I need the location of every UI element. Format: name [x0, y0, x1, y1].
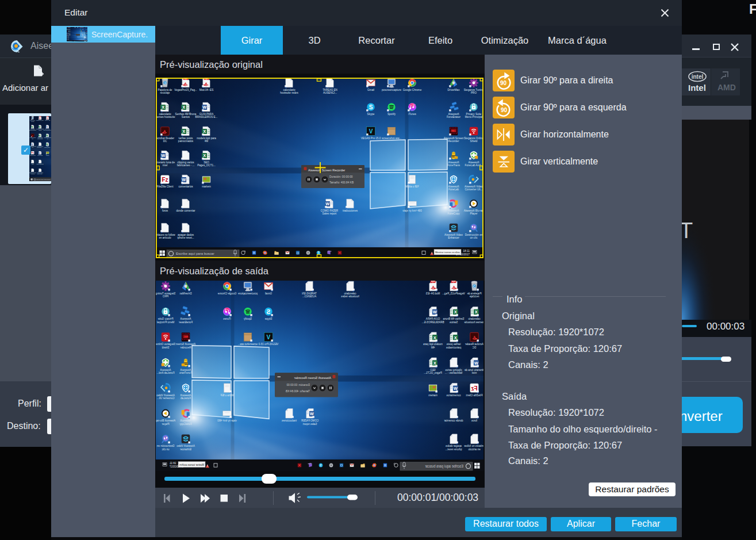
svg-text:90: 90 [501, 107, 508, 113]
svg-text:intel: intel [692, 74, 704, 80]
svg-text:90: 90 [500, 80, 507, 86]
